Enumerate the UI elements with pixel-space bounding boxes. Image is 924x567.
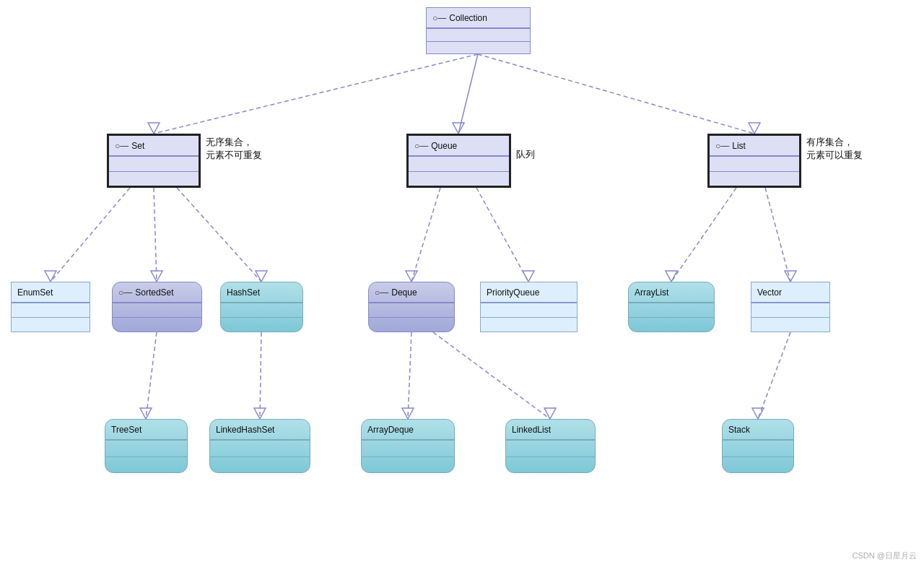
deque-header: ○— Deque: [369, 282, 454, 303]
svg-marker-21: [140, 408, 152, 419]
svg-marker-7: [45, 271, 56, 282]
set-header: ○— Set: [109, 136, 199, 156]
set-icon: ○—: [115, 141, 128, 151]
enumset-section1: [12, 303, 90, 317]
svg-line-6: [51, 188, 130, 282]
stack-section2: [723, 456, 793, 473]
watermark: CSDN @日星月云: [853, 550, 917, 561]
linkedhashset-section2: [210, 456, 310, 473]
sortedset-label: SortedSet: [135, 287, 173, 298]
sortedset-header: ○— SortedSet: [113, 282, 201, 303]
sortedset-icon: ○—: [118, 287, 132, 298]
priorityqueue-label: PriorityQueue: [487, 287, 539, 298]
diagram-container: ○— Collection ○— Set 无序集合，元素不可重复 ○— Queu…: [0, 0, 924, 567]
arraydeque-box: ArrayDeque: [361, 419, 455, 473]
enumset-box: EnumSet: [11, 282, 90, 332]
treeset-header: TreeSet: [105, 420, 187, 440]
treeset-label: TreeSet: [111, 425, 141, 435]
deque-section1: [369, 303, 454, 317]
vector-section2: [751, 317, 829, 332]
queue-section1: [409, 156, 509, 171]
svg-marker-9: [151, 271, 162, 282]
svg-line-8: [154, 188, 157, 282]
svg-line-16: [671, 188, 736, 282]
svg-marker-27: [544, 408, 556, 419]
collection-label: Collection: [449, 13, 487, 23]
treeset-section2: [105, 456, 187, 473]
svg-line-0: [154, 54, 478, 134]
svg-line-20: [146, 332, 157, 419]
list-section2: [710, 171, 799, 186]
collection-section2: [427, 41, 530, 54]
arraylist-label: ArrayList: [635, 287, 668, 298]
arraydeque-header: ArrayDeque: [362, 420, 454, 440]
deque-box: ○— Deque: [368, 282, 455, 332]
linkedhashset-box: LinkedHashSet: [209, 419, 310, 473]
treeset-box: TreeSet: [105, 419, 188, 473]
vector-label: Vector: [757, 287, 782, 298]
svg-marker-23: [254, 408, 266, 419]
deque-label: Deque: [391, 287, 417, 298]
deque-icon: ○—: [375, 287, 388, 298]
linkedlist-label: LinkedList: [512, 425, 551, 435]
svg-line-18: [765, 188, 790, 282]
set-section1: [109, 156, 199, 171]
arraylist-section1: [629, 303, 714, 317]
collection-icon: ○—: [432, 13, 446, 23]
sortedset-section1: [113, 303, 201, 317]
arraylist-header: ArrayList: [629, 282, 714, 303]
linkedlist-section2: [506, 456, 595, 473]
arraylist-section2: [629, 317, 714, 332]
enumset-label: EnumSet: [17, 287, 53, 298]
priorityqueue-section1: [481, 303, 577, 317]
sortedset-section2: [113, 317, 201, 332]
svg-marker-3: [453, 123, 464, 134]
list-section1: [710, 156, 799, 171]
enumset-section2: [12, 317, 90, 332]
treeset-section1: [105, 440, 187, 456]
svg-marker-5: [749, 123, 760, 134]
linkedhashset-section1: [210, 440, 310, 456]
priorityqueue-section2: [481, 317, 577, 332]
svg-line-24: [408, 332, 411, 419]
set-label: Set: [131, 141, 144, 151]
arraydeque-section1: [362, 440, 454, 456]
stack-label: Stack: [728, 425, 750, 435]
linkedhashset-header: LinkedHashSet: [210, 420, 310, 440]
queue-annotation: 队列: [516, 148, 535, 161]
svg-line-22: [260, 332, 261, 419]
list-header: ○— List: [710, 136, 799, 156]
hashset-header: HashSet: [221, 282, 302, 303]
list-annotation: 有序集合，元素可以重复: [806, 136, 863, 162]
list-label: List: [732, 141, 746, 151]
svg-line-28: [758, 332, 790, 419]
queue-section2: [409, 171, 509, 186]
svg-line-12: [411, 188, 440, 282]
svg-marker-1: [148, 123, 160, 134]
linkedlist-box: LinkedList: [505, 419, 596, 473]
arraylist-box: ArrayList: [628, 282, 715, 332]
svg-marker-19: [785, 271, 796, 282]
svg-marker-29: [752, 408, 764, 419]
hashset-label: HashSet: [227, 287, 260, 298]
list-icon: ○—: [715, 141, 729, 151]
svg-line-14: [476, 188, 528, 282]
collection-header: ○— Collection: [427, 8, 530, 28]
svg-marker-13: [406, 271, 417, 282]
arraydeque-label: ArrayDeque: [367, 425, 414, 435]
svg-line-26: [433, 332, 550, 419]
priorityqueue-header: PriorityQueue: [481, 282, 577, 303]
vector-header: Vector: [751, 282, 829, 303]
queue-icon: ○—: [414, 141, 428, 151]
priorityqueue-box: PriorityQueue: [480, 282, 578, 332]
deque-section2: [369, 317, 454, 332]
queue-header: ○— Queue: [409, 136, 509, 156]
svg-line-10: [177, 188, 261, 282]
enumset-header: EnumSet: [12, 282, 90, 303]
linkedhashset-label: LinkedHashSet: [216, 425, 274, 435]
collection-box: ○— Collection: [426, 7, 531, 54]
queue-box: ○— Queue: [406, 134, 511, 188]
svg-line-4: [478, 54, 754, 134]
svg-marker-11: [256, 271, 267, 282]
vector-box: Vector: [751, 282, 830, 332]
